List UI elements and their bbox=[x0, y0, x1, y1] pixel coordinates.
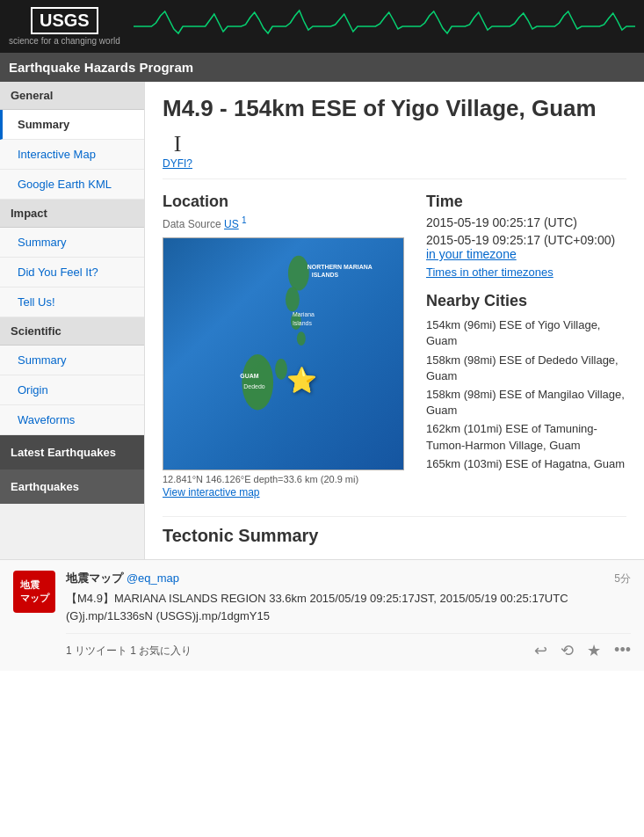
two-col-layout: Location Data Source US 1 bbox=[163, 193, 626, 499]
svg-text:NORTHERN MARIANA: NORTHERN MARIANA bbox=[308, 264, 373, 270]
other-timezones-link[interactable]: Times in other timezones bbox=[426, 266, 554, 279]
list-item: 162km (101mi) ESE of Tamuning-Tumon-Harm… bbox=[426, 421, 626, 453]
more-button[interactable]: ••• bbox=[614, 641, 631, 660]
sidebar-item-google-earth[interactable]: Google Earth KML bbox=[0, 170, 144, 200]
sidebar-item-summary-general[interactable]: Summary bbox=[0, 110, 144, 140]
location-title: Location bbox=[163, 193, 409, 211]
site-header: USGS science for a changing world bbox=[0, 0, 644, 53]
time-utc: 2015-05-19 00:25:17 (UTC) bbox=[426, 215, 626, 229]
data-source-link[interactable]: US bbox=[224, 218, 239, 230]
list-item: 158km (98mi) ESE of Mangilao Village, Gu… bbox=[426, 387, 626, 418]
svg-text:Islands: Islands bbox=[293, 320, 313, 326]
svg-text:Mariana: Mariana bbox=[293, 312, 315, 318]
dyfi-section: I DYFI? bbox=[163, 131, 626, 179]
location-column: Location Data Source US 1 bbox=[163, 193, 409, 499]
tweet-content: 地震マップ @eq_map 5分 【M4.9】MARIANA ISLANDS R… bbox=[66, 571, 631, 660]
view-interactive-map-link[interactable]: View interactive map bbox=[163, 486, 260, 499]
sidebar: General Summary Interactive Map Google E… bbox=[0, 82, 145, 559]
svg-point-5 bbox=[275, 359, 287, 380]
sidebar-section-scientific: Scientific bbox=[0, 317, 144, 346]
tweet-author: 地震マップ @eq_map bbox=[66, 571, 179, 586]
tectonic-summary-title: Tectonic Summary bbox=[163, 516, 626, 546]
usgs-logo[interactable]: USGS science for a changing world bbox=[9, 7, 120, 46]
tweet-handle[interactable]: @eq_map bbox=[127, 571, 179, 585]
tweet-time: 5分 bbox=[614, 571, 631, 586]
sidebar-item-origin[interactable]: Origin bbox=[0, 375, 144, 405]
reply-button[interactable]: ↩ bbox=[534, 641, 547, 660]
svg-text:Dededo: Dededo bbox=[243, 383, 264, 389]
program-subheader: Earthquake Hazards Program bbox=[0, 53, 644, 82]
nearby-cities-list: 154km (96mi) ESE of Yigo Village, Guam15… bbox=[426, 317, 626, 472]
tweet-stats: 1 リツイート 1 お気に入り bbox=[66, 644, 192, 659]
usgs-text: USGS bbox=[40, 11, 90, 31]
map-islands: NORTHERN MARIANA ISLANDS Mariana Islands… bbox=[163, 238, 403, 469]
avatar-text: 地震マップ bbox=[20, 579, 49, 605]
list-item: 158km (98mi) ESE of Dededo Village, Guam bbox=[426, 353, 626, 384]
time-cities-column: Time 2015-05-19 00:25:17 (UTC) 2015-05-1… bbox=[426, 193, 626, 499]
dyfi-link[interactable]: DYFI? bbox=[163, 157, 192, 170]
retweet-button[interactable]: ⟲ bbox=[561, 641, 574, 660]
in-your-timezone-link[interactable]: in your timezone bbox=[426, 247, 517, 261]
svg-text:GUAM: GUAM bbox=[240, 373, 258, 379]
tweet-footer: 1 リツイート 1 お気に入り ↩ ⟲ ★ ••• bbox=[66, 633, 631, 660]
main-content: M4.9 - 154km ESE of Yigo Village, Guam I… bbox=[145, 82, 644, 559]
data-source-label: Data Source US 1 bbox=[163, 215, 409, 230]
twitter-section: 地震マップ 地震マップ @eq_map 5分 【M4.9】MARIANA ISL… bbox=[0, 559, 644, 671]
wave-graphic bbox=[134, 7, 635, 47]
sidebar-section-impact: Impact bbox=[0, 200, 144, 228]
time-local: 2015-05-19 09:25:17 (UTC+09:00) in your … bbox=[426, 233, 626, 261]
map-coordinates: 12.841°N 146.126°E depth=33.6 km (20.9 m… bbox=[163, 474, 409, 484]
sidebar-item-summary-impact[interactable]: Summary bbox=[0, 228, 144, 258]
tweet-text: 【M4.9】MARIANA ISLANDS REGION 33.6km 2015… bbox=[66, 590, 631, 624]
sidebar-item-dyfi[interactable]: Did You Feel It? bbox=[0, 258, 144, 287]
list-item: 154km (96mi) ESE of Yigo Village, Guam bbox=[426, 317, 626, 349]
tweet-name: 地震マップ bbox=[66, 571, 123, 585]
sidebar-item-summary-scientific[interactable]: Summary bbox=[0, 346, 144, 375]
sidebar-item-waveforms[interactable]: Waveforms bbox=[0, 405, 144, 435]
twitter-avatar: 地震マップ bbox=[13, 571, 55, 613]
svg-text:ISLANDS: ISLANDS bbox=[312, 272, 339, 278]
tweet-actions: ↩ ⟲ ★ ••• bbox=[534, 641, 631, 660]
sidebar-latest-earthquakes[interactable]: Latest Earthquakes bbox=[0, 435, 144, 469]
tweet-header: 地震マップ @eq_map 5分 bbox=[66, 571, 631, 586]
earthquake-map: NORTHERN MARIANA ISLANDS Mariana Islands… bbox=[163, 237, 404, 470]
header-tagline: science for a changing world bbox=[9, 36, 120, 46]
time-title: Time bbox=[426, 193, 626, 211]
svg-point-0 bbox=[288, 256, 309, 291]
nearby-cities-title: Nearby Cities bbox=[426, 292, 626, 310]
program-name: Earthquake Hazards Program bbox=[9, 60, 193, 75]
earthquake-marker: ⭐ bbox=[286, 366, 317, 395]
sidebar-item-tell-us[interactable]: Tell Us! bbox=[0, 287, 144, 317]
svg-point-1 bbox=[286, 287, 300, 312]
list-item: 165km (103mi) ESE of Hagatna, Guam bbox=[426, 456, 626, 472]
sidebar-section-general: General bbox=[0, 82, 144, 110]
sidebar-item-interactive-map[interactable]: Interactive Map bbox=[0, 140, 144, 170]
svg-point-3 bbox=[297, 331, 306, 346]
dyfi-icon: I bbox=[174, 131, 182, 157]
favorite-button[interactable]: ★ bbox=[587, 641, 601, 660]
sidebar-earthquakes[interactable]: Earthquakes bbox=[0, 469, 144, 504]
page-title: M4.9 - 154km ESE of Yigo Village, Guam bbox=[163, 95, 626, 122]
main-layout: General Summary Interactive Map Google E… bbox=[0, 82, 644, 559]
